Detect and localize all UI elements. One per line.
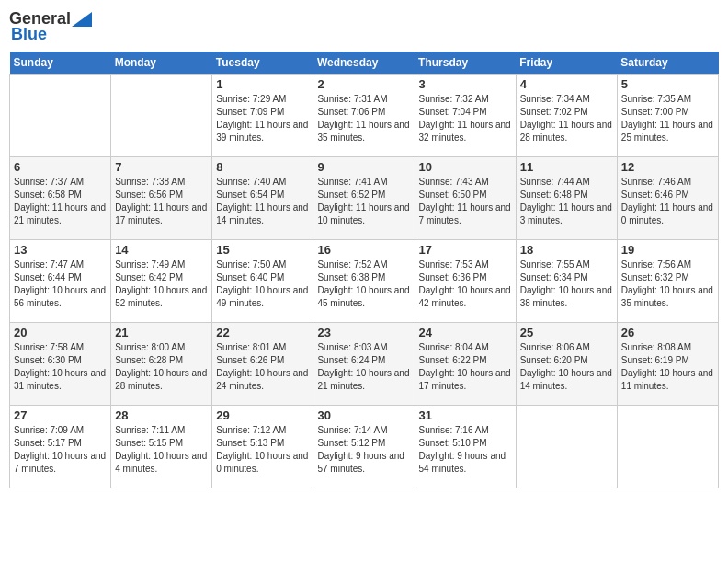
calendar-cell: 26Sunrise: 8:08 AM Sunset: 6:19 PM Dayli… <box>617 323 718 406</box>
week-row-3: 13Sunrise: 7:47 AM Sunset: 6:44 PM Dayli… <box>10 240 719 323</box>
day-info: Sunrise: 7:38 AM Sunset: 6:56 PM Dayligh… <box>115 176 208 227</box>
day-info: Sunrise: 7:47 AM Sunset: 6:44 PM Dayligh… <box>14 259 107 310</box>
day-info: Sunrise: 7:52 AM Sunset: 6:38 PM Dayligh… <box>317 259 410 310</box>
calendar-cell: 22Sunrise: 8:01 AM Sunset: 6:26 PM Dayli… <box>212 323 313 406</box>
weekday-header-wednesday: Wednesday <box>313 52 415 75</box>
day-info: Sunrise: 8:08 AM Sunset: 6:19 PM Dayligh… <box>621 341 714 393</box>
calendar-cell: 25Sunrise: 8:06 AM Sunset: 6:20 PM Dayli… <box>516 323 617 406</box>
day-info: Sunrise: 7:56 AM Sunset: 6:32 PM Dayligh… <box>621 259 714 310</box>
page-header: General Blue <box>9 9 719 44</box>
day-number: 11 <box>520 160 613 174</box>
calendar-cell: 30Sunrise: 7:14 AM Sunset: 5:12 PM Dayli… <box>313 406 415 488</box>
calendar-cell <box>516 406 617 488</box>
day-number: 12 <box>621 160 714 174</box>
day-info: Sunrise: 7:32 AM Sunset: 7:04 PM Dayligh… <box>419 93 512 144</box>
calendar-cell: 13Sunrise: 7:47 AM Sunset: 6:44 PM Dayli… <box>10 240 111 323</box>
day-number: 17 <box>419 243 512 257</box>
day-info: Sunrise: 7:50 AM Sunset: 6:40 PM Dayligh… <box>216 259 309 310</box>
weekday-header-saturday: Saturday <box>617 52 718 75</box>
day-number: 23 <box>317 326 410 339</box>
day-info: Sunrise: 7:37 AM Sunset: 6:58 PM Dayligh… <box>14 176 107 227</box>
calendar-cell: 2Sunrise: 7:31 AM Sunset: 7:06 PM Daylig… <box>313 75 415 157</box>
day-info: Sunrise: 8:00 AM Sunset: 6:28 PM Dayligh… <box>115 341 208 393</box>
day-info: Sunrise: 7:31 AM Sunset: 7:06 PM Dayligh… <box>317 93 410 144</box>
day-info: Sunrise: 8:04 AM Sunset: 6:22 PM Dayligh… <box>419 341 512 393</box>
day-number: 20 <box>14 326 107 339</box>
calendar-cell: 27Sunrise: 7:09 AM Sunset: 5:17 PM Dayli… <box>10 406 111 488</box>
day-info: Sunrise: 7:40 AM Sunset: 6:54 PM Dayligh… <box>216 176 309 227</box>
day-info: Sunrise: 7:49 AM Sunset: 6:42 PM Dayligh… <box>115 259 208 310</box>
logo-icon <box>72 12 92 27</box>
calendar-cell: 21Sunrise: 8:00 AM Sunset: 6:28 PM Dayli… <box>111 323 212 406</box>
day-info: Sunrise: 8:01 AM Sunset: 6:26 PM Dayligh… <box>216 341 309 393</box>
calendar-cell: 1Sunrise: 7:29 AM Sunset: 7:09 PM Daylig… <box>212 75 313 157</box>
day-info: Sunrise: 7:44 AM Sunset: 6:48 PM Dayligh… <box>520 176 613 227</box>
day-number: 7 <box>115 160 208 174</box>
day-info: Sunrise: 7:35 AM Sunset: 7:00 PM Dayligh… <box>621 93 714 144</box>
day-info: Sunrise: 7:34 AM Sunset: 7:02 PM Dayligh… <box>520 93 613 144</box>
weekday-header-row: SundayMondayTuesdayWednesdayThursdayFrid… <box>10 52 719 75</box>
day-number: 1 <box>216 77 309 91</box>
weekday-header-sunday: Sunday <box>10 52 111 75</box>
day-number: 6 <box>14 160 107 174</box>
week-row-2: 6Sunrise: 7:37 AM Sunset: 6:58 PM Daylig… <box>10 157 719 240</box>
calendar-cell: 17Sunrise: 7:53 AM Sunset: 6:36 PM Dayli… <box>415 240 516 323</box>
day-number: 22 <box>216 326 309 339</box>
day-info: Sunrise: 7:58 AM Sunset: 6:30 PM Dayligh… <box>14 341 107 393</box>
calendar-cell: 29Sunrise: 7:12 AM Sunset: 5:13 PM Dayli… <box>212 406 313 488</box>
day-number: 3 <box>419 77 512 91</box>
day-info: Sunrise: 8:06 AM Sunset: 6:20 PM Dayligh… <box>520 341 613 393</box>
calendar-cell <box>617 406 718 488</box>
weekday-header-thursday: Thursday <box>415 52 516 75</box>
logo-blue: Blue <box>9 25 47 44</box>
calendar-cell: 5Sunrise: 7:35 AM Sunset: 7:00 PM Daylig… <box>617 75 718 157</box>
day-number: 26 <box>621 326 714 339</box>
day-info: Sunrise: 7:41 AM Sunset: 6:52 PM Dayligh… <box>317 176 410 227</box>
day-info: Sunrise: 7:09 AM Sunset: 5:17 PM Dayligh… <box>14 424 107 476</box>
svg-marker-0 <box>72 12 92 27</box>
day-info: Sunrise: 7:29 AM Sunset: 7:09 PM Dayligh… <box>216 93 309 144</box>
day-number: 27 <box>14 408 107 422</box>
day-number: 13 <box>14 243 107 257</box>
day-number: 14 <box>115 243 208 257</box>
calendar-cell: 23Sunrise: 8:03 AM Sunset: 6:24 PM Dayli… <box>313 323 415 406</box>
calendar-cell: 28Sunrise: 7:11 AM Sunset: 5:15 PM Dayli… <box>111 406 212 488</box>
day-number: 2 <box>317 77 410 91</box>
week-row-4: 20Sunrise: 7:58 AM Sunset: 6:30 PM Dayli… <box>10 323 719 406</box>
day-number: 28 <box>115 408 208 422</box>
calendar-cell: 14Sunrise: 7:49 AM Sunset: 6:42 PM Dayli… <box>111 240 212 323</box>
day-info: Sunrise: 7:55 AM Sunset: 6:34 PM Dayligh… <box>520 259 613 310</box>
calendar-cell: 24Sunrise: 8:04 AM Sunset: 6:22 PM Dayli… <box>415 323 516 406</box>
calendar-table: SundayMondayTuesdayWednesdayThursdayFrid… <box>9 52 719 488</box>
calendar-cell <box>10 75 111 157</box>
calendar-cell: 6Sunrise: 7:37 AM Sunset: 6:58 PM Daylig… <box>10 157 111 240</box>
calendar-cell: 20Sunrise: 7:58 AM Sunset: 6:30 PM Dayli… <box>10 323 111 406</box>
day-info: Sunrise: 7:16 AM Sunset: 5:10 PM Dayligh… <box>419 424 512 476</box>
calendar-cell: 7Sunrise: 7:38 AM Sunset: 6:56 PM Daylig… <box>111 157 212 240</box>
calendar-cell: 31Sunrise: 7:16 AM Sunset: 5:10 PM Dayli… <box>415 406 516 488</box>
calendar-cell: 11Sunrise: 7:44 AM Sunset: 6:48 PM Dayli… <box>516 157 617 240</box>
weekday-header-monday: Monday <box>111 52 212 75</box>
day-number: 19 <box>621 243 714 257</box>
day-number: 15 <box>216 243 309 257</box>
day-number: 29 <box>216 408 309 422</box>
calendar-cell: 16Sunrise: 7:52 AM Sunset: 6:38 PM Dayli… <box>313 240 415 323</box>
day-number: 18 <box>520 243 613 257</box>
day-number: 10 <box>419 160 512 174</box>
calendar-cell: 18Sunrise: 7:55 AM Sunset: 6:34 PM Dayli… <box>516 240 617 323</box>
day-info: Sunrise: 7:53 AM Sunset: 6:36 PM Dayligh… <box>419 259 512 310</box>
day-number: 9 <box>317 160 410 174</box>
day-number: 16 <box>317 243 410 257</box>
day-info: Sunrise: 7:14 AM Sunset: 5:12 PM Dayligh… <box>317 424 410 476</box>
calendar-cell <box>111 75 212 157</box>
day-number: 24 <box>419 326 512 339</box>
calendar-cell: 9Sunrise: 7:41 AM Sunset: 6:52 PM Daylig… <box>313 157 415 240</box>
day-info: Sunrise: 7:46 AM Sunset: 6:46 PM Dayligh… <box>621 176 714 227</box>
calendar-cell: 4Sunrise: 7:34 AM Sunset: 7:02 PM Daylig… <box>516 75 617 157</box>
week-row-1: 1Sunrise: 7:29 AM Sunset: 7:09 PM Daylig… <box>10 75 719 157</box>
calendar-cell: 8Sunrise: 7:40 AM Sunset: 6:54 PM Daylig… <box>212 157 313 240</box>
calendar-cell: 10Sunrise: 7:43 AM Sunset: 6:50 PM Dayli… <box>415 157 516 240</box>
day-info: Sunrise: 8:03 AM Sunset: 6:24 PM Dayligh… <box>317 341 410 393</box>
calendar-cell: 15Sunrise: 7:50 AM Sunset: 6:40 PM Dayli… <box>212 240 313 323</box>
calendar-cell: 19Sunrise: 7:56 AM Sunset: 6:32 PM Dayli… <box>617 240 718 323</box>
